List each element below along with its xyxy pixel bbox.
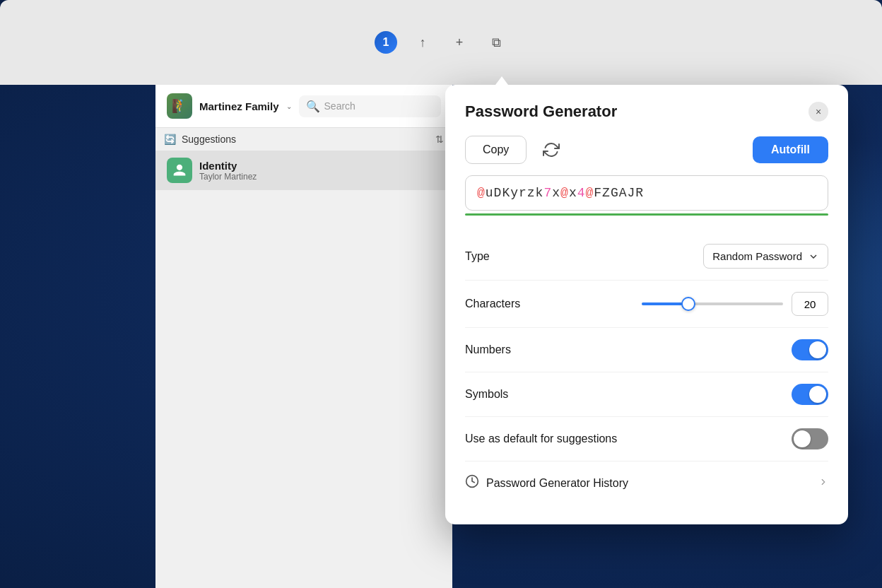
type-label: Type xyxy=(465,250,490,263)
vault-chevron-icon[interactable]: ⌄ xyxy=(286,102,292,110)
numbers-toggle[interactable] xyxy=(792,339,828,360)
onepassword-icon[interactable]: 1 xyxy=(375,31,397,54)
type-chevron-icon xyxy=(808,251,819,262)
tab-overview-icon[interactable]: ⧉ xyxy=(485,31,507,54)
refresh-icon xyxy=(543,141,560,158)
num-4: 4 xyxy=(577,186,586,200)
symbols-row: Symbols xyxy=(465,372,828,417)
identity-name: Taylor Martinez xyxy=(199,172,257,182)
clock-icon xyxy=(465,474,479,488)
app-window: 🧗 Martinez Family ⌄ 🔍 Search 🔄 Suggestio… xyxy=(155,85,452,588)
sidebar-section-suggestions: 🔄 Suggestions ⇅ xyxy=(155,128,452,151)
at-char-1: @ xyxy=(477,186,486,200)
copy-button[interactable]: Copy xyxy=(465,136,527,164)
numbers-toggle-thumb xyxy=(809,341,826,358)
search-bar[interactable]: 🔍 Search xyxy=(299,95,441,117)
modal-header: Password Generator × xyxy=(445,85,848,136)
history-row[interactable]: Password Generator History xyxy=(465,461,828,505)
characters-slider-track[interactable] xyxy=(642,302,783,305)
symbols-toggle-thumb xyxy=(809,386,826,403)
history-icon xyxy=(465,474,479,492)
suggestions-icon: 🔄 xyxy=(164,134,176,145)
history-chevron-icon xyxy=(818,477,828,489)
browser-icons: 1 ↑ + ⧉ xyxy=(375,31,507,54)
suggestions-text: Suggestions xyxy=(182,134,236,145)
symbols-label: Symbols xyxy=(465,388,508,401)
modal-title: Password Generator xyxy=(465,102,617,121)
default-suggestions-row: Use as default for suggestions xyxy=(465,417,828,461)
chevron-right-svg xyxy=(818,477,828,487)
identity-list-item[interactable]: Identity Taylor Martinez xyxy=(155,151,452,190)
characters-row: Characters 20 xyxy=(465,281,828,328)
section-sort-icon[interactable]: ⇅ xyxy=(435,134,444,145)
close-button[interactable]: × xyxy=(808,102,828,122)
identity-info: Identity Taylor Martinez xyxy=(199,160,257,182)
modal-body: Copy Autofill @uDKyrzk7x@x4@FZGAJR Type … xyxy=(445,136,848,524)
identity-svg xyxy=(172,163,187,177)
search-icon: 🔍 xyxy=(306,100,320,113)
refresh-button[interactable] xyxy=(538,136,565,163)
password-display: @uDKyrzk7x@x4@FZGAJR xyxy=(465,175,828,211)
numbers-row: Numbers xyxy=(465,328,828,372)
slider-thumb[interactable] xyxy=(681,297,695,311)
identity-type: Identity xyxy=(199,160,257,172)
characters-label: Characters xyxy=(465,298,520,310)
app-header: 🧗 Martinez Family ⌄ 🔍 Search xyxy=(155,85,452,128)
at-char-2: @ xyxy=(560,186,569,200)
type-value: Random Password xyxy=(712,250,802,262)
suggestions-label: 🔄 Suggestions xyxy=(164,134,236,145)
action-bar: Copy Autofill xyxy=(465,136,828,164)
at-char-3: @ xyxy=(586,186,594,200)
vault-icon: 🧗 xyxy=(167,93,192,119)
history-label: Password Generator History xyxy=(486,477,628,490)
type-row: Type Random Password xyxy=(465,233,828,281)
symbols-toggle[interactable] xyxy=(792,384,828,405)
numbers-label: Numbers xyxy=(465,343,511,356)
strength-bar xyxy=(465,213,828,216)
vault-name: Martinez Family xyxy=(199,100,279,112)
default-suggestions-label: Use as default for suggestions xyxy=(465,433,617,445)
share-icon[interactable]: ↑ xyxy=(411,31,434,54)
browser-toolbar: 1 ↑ + ⧉ xyxy=(0,0,882,85)
default-suggestions-toggle-thumb xyxy=(794,430,811,447)
password-generator-modal: Password Generator × Copy Autofill @uDKy… xyxy=(445,85,848,524)
identity-icon xyxy=(167,158,192,183)
type-select[interactable]: Random Password xyxy=(703,244,828,269)
modal-arrow xyxy=(493,76,510,88)
search-placeholder: Search xyxy=(324,100,355,112)
autofill-button[interactable]: Autofill xyxy=(753,136,828,163)
history-left: Password Generator History xyxy=(465,474,628,492)
default-suggestions-toggle[interactable] xyxy=(792,428,828,449)
add-tab-icon[interactable]: + xyxy=(448,31,471,54)
num-7: 7 xyxy=(543,186,552,200)
slider-container: 20 xyxy=(642,292,828,316)
character-count[interactable]: 20 xyxy=(792,292,828,316)
